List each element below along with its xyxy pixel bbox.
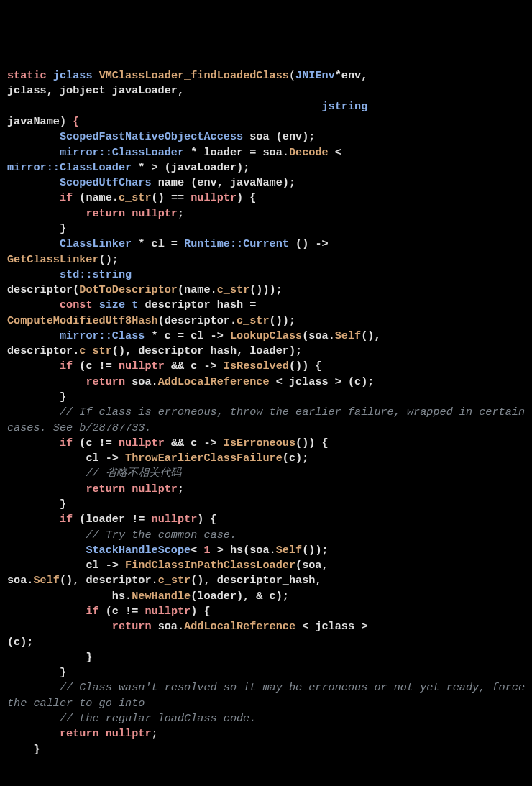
call-cstr: c_str	[217, 283, 250, 296]
keyword-nullptr: nullptr	[191, 191, 237, 204]
call-lookupclass: LookupClass	[230, 329, 302, 342]
text: soa.	[7, 574, 33, 587]
type-jstring: jstring	[321, 100, 367, 113]
text: <	[329, 146, 341, 159]
text: (name.	[178, 283, 217, 296]
keyword-if: if	[60, 513, 73, 526]
comment-erroneous: // If class is erroneous, throw the earl…	[7, 406, 531, 434]
text: (c);	[7, 636, 33, 649]
type-stackhandle: StackHandleScope	[86, 544, 191, 557]
text: () ==	[152, 191, 191, 204]
text: * c = cl ->	[145, 329, 229, 342]
call-cstr: c_str	[79, 344, 112, 357]
text: ()));	[249, 283, 283, 296]
literal-one: 1	[203, 544, 210, 557]
call-getclasslinker: GetClassLinker	[7, 253, 99, 266]
text: (c !=	[73, 437, 119, 449]
params-line2: jclass, jobject javaLoader,	[7, 84, 184, 97]
brace-close: }	[60, 222, 66, 235]
brace-close: }	[60, 666, 66, 679]
call-runtime: Runtime::Current	[184, 237, 289, 250]
code-block: static jclass VMClassLoader_findLoadedCl…	[7, 68, 525, 757]
call-isresolved: IsResolved	[224, 360, 289, 373]
type-scopedfast: ScopedFastNativeObjectAccess	[60, 130, 243, 143]
keyword-if: if	[86, 605, 98, 618]
keyword-return: return	[60, 727, 99, 740]
text: * cl =	[132, 237, 184, 250]
call-self: Self	[276, 544, 302, 557]
ns-mirror: mirror::	[7, 161, 60, 174]
text: <	[191, 544, 203, 557]
keyword-return: return	[86, 375, 125, 388]
keyword-nullptr: nullptr	[145, 605, 191, 618]
keyword-if: if	[60, 437, 73, 449]
comment-common: // Try the common case.	[86, 529, 237, 541]
keyword-const: const	[60, 298, 93, 311]
ns-std: std::	[60, 268, 93, 281]
text: ());	[302, 544, 328, 557]
comment-chinese: // 省略不相关代码	[86, 467, 180, 480]
var-soa: soa (env);	[243, 130, 315, 143]
text: (), descriptor_hash, loader);	[112, 344, 302, 357]
call-self: Self	[33, 574, 59, 587]
type-scopedutf: ScopedUtfChars	[60, 176, 152, 189]
text: > hs(soa.	[211, 544, 276, 557]
keyword-if: if	[60, 191, 73, 204]
text: (name.	[73, 191, 119, 204]
keyword-static: static	[7, 69, 47, 82]
type-classloader: ClassLoader	[112, 146, 184, 159]
brace-open: {	[73, 115, 79, 128]
comment-notresolved: // Class wasn't resolved so it may be er…	[7, 681, 531, 709]
var-name: name (env, javaName);	[152, 176, 296, 189]
text: descriptor(	[7, 283, 79, 296]
brace-close: }	[86, 651, 92, 664]
keyword-return: return	[86, 207, 125, 220]
function-name: VMClassLoader_findLoadedClass	[99, 69, 289, 82]
text: ;	[178, 207, 184, 220]
brace-close: }	[33, 743, 40, 756]
text: () ->	[289, 237, 329, 250]
call-decode: Decode	[289, 146, 329, 159]
text: cl ->	[86, 559, 125, 572]
text: ());	[270, 314, 295, 327]
text: ) {	[237, 191, 256, 204]
param-env: *env,	[335, 69, 368, 82]
text: (soa.	[302, 329, 335, 342]
type-jclass: jclass	[53, 69, 93, 82]
call-addlocalref: AddLocalReference	[184, 620, 295, 633]
call-computehash: ComputeModifiedUtf8Hash	[7, 314, 158, 327]
text: && c ->	[165, 437, 224, 449]
type-classloader: ClassLoader	[60, 161, 132, 174]
call-iserroneous: IsErroneous	[224, 437, 295, 449]
text: * > (javaLoader);	[132, 161, 249, 174]
call-self: Self	[335, 329, 361, 342]
type-jnienv: JNIEnv	[295, 69, 335, 82]
call-throwearlier: ThrowEarlierClassFailure	[125, 452, 283, 465]
text: && c ->	[165, 360, 224, 373]
text: ;	[152, 727, 158, 740]
call-newhandle: NewHandle	[132, 590, 191, 603]
text: descriptor_hash =	[138, 298, 256, 311]
text: cl ->	[86, 452, 125, 465]
call-cstr: c_str	[119, 191, 152, 204]
type-sizet: size_t	[99, 298, 139, 311]
brace-close: }	[60, 498, 66, 511]
text: ();	[99, 253, 119, 266]
param-javaname: javaName)	[7, 115, 66, 128]
call-cstr: c_str	[237, 314, 270, 327]
keyword-nullptr: nullptr	[132, 207, 178, 220]
text: soa.	[125, 375, 158, 388]
text: (loader !=	[73, 513, 151, 526]
text: descriptor.	[7, 344, 79, 357]
call-findclass: FindClassInPathClassLoader	[125, 559, 295, 572]
text: ()) {	[289, 360, 322, 373]
text: * loader = soa.	[184, 146, 289, 159]
keyword-nullptr: nullptr	[106, 727, 152, 740]
text: ) {	[191, 605, 210, 618]
text: hs.	[112, 590, 132, 603]
keyword-nullptr: nullptr	[152, 513, 198, 526]
keyword-nullptr: nullptr	[119, 437, 165, 449]
ns-mirror: mirror::	[60, 146, 112, 159]
brace-close: }	[60, 390, 66, 403]
text: < jclass >	[295, 620, 367, 633]
